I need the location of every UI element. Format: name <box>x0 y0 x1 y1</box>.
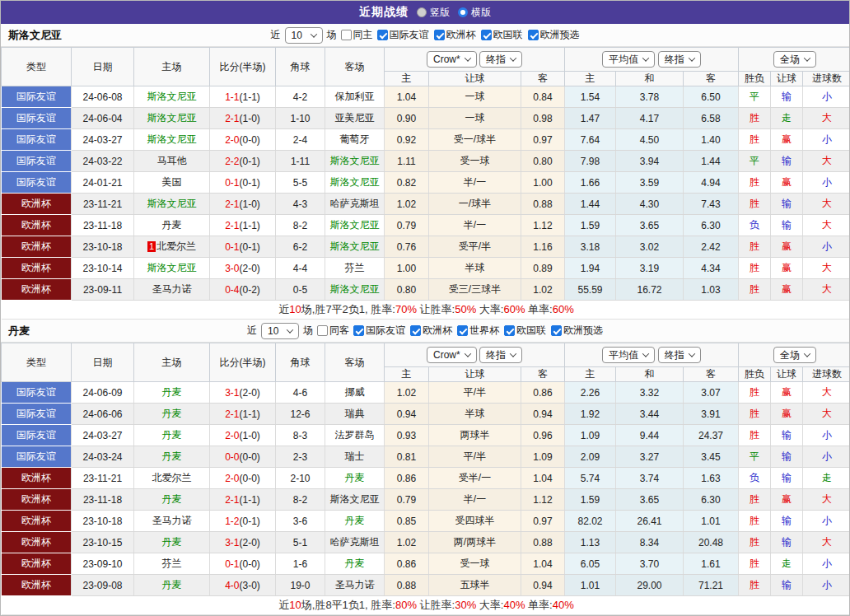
average-odds-group-header: 平均值 终指 <box>565 48 739 72</box>
competition-badge: 国际友谊 <box>2 108 72 129</box>
checkbox-checked-icon[interactable] <box>457 325 468 336</box>
average-odds-select[interactable]: 平均值 <box>602 347 655 363</box>
same-venue-label: 同主 <box>353 28 373 42</box>
league-filter[interactable]: 世界杯 <box>457 324 499 338</box>
avg-draw-odds: 4.30 <box>616 194 684 215</box>
avg-away-odds: 1.61 <box>684 553 739 575</box>
goals-result: 小 <box>803 172 850 194</box>
radio-checked-icon[interactable] <box>458 7 468 17</box>
match-count-select[interactable]: 10 <box>285 27 323 44</box>
half-time-score: (1-0) <box>240 113 260 124</box>
col-header-score: 比分(半场) <box>210 48 276 86</box>
checkbox-checked-icon[interactable] <box>353 325 364 336</box>
score-cell: 0-0(0-0) <box>210 446 276 468</box>
full-time-score: 2-0 <box>225 134 239 146</box>
handicap-result: 走 <box>771 108 803 129</box>
away-team-cell: 挪威 <box>325 382 385 404</box>
win-draw-loss-result: 胜 <box>739 511 771 532</box>
match-date: 24-03-22 <box>72 151 134 172</box>
avg-away-odds: 3.91 <box>684 404 739 425</box>
score-cell: 0-1(0-1) <box>210 172 276 194</box>
crow-away-odds: 0.94 <box>521 404 565 425</box>
corner-count: 8-2 <box>276 215 325 236</box>
final-odds-select-2[interactable]: 终指 <box>658 347 701 363</box>
final-odds-select[interactable]: 终指 <box>479 51 522 68</box>
win-draw-loss-result: 平 <box>739 446 771 468</box>
league-filter[interactable]: 欧洲预选 <box>551 324 603 338</box>
match-date: 23-11-18 <box>72 489 134 511</box>
half-time-score: (0-1) <box>240 516 260 527</box>
crow-home-odds: 1.02 <box>385 194 429 215</box>
full-time-score: 2-1 <box>225 408 239 420</box>
full-match-select[interactable]: 全场 <box>773 347 816 363</box>
col-header-type: 类型 <box>2 48 72 86</box>
league-filter[interactable]: 欧国联 <box>504 324 546 338</box>
checkbox-checked-icon[interactable] <box>377 30 388 40</box>
match-row: 欧洲杯 23-09-10 芬兰 0-1(0-0) 1-6 丹麦 0.86 受一球… <box>2 553 850 575</box>
league-filter[interactable]: 欧洲杯 <box>410 324 452 338</box>
competition-badge: 欧洲杯 <box>2 511 72 532</box>
win-draw-loss-result: 胜 <box>739 575 771 596</box>
layout-option-vertical[interactable]: 竖版 <box>417 6 450 20</box>
match-date: 23-11-21 <box>72 194 134 215</box>
odds-company-value: Crow* <box>433 54 460 65</box>
handicap-line: 受一球 <box>429 151 521 172</box>
away-team: 瑞典 <box>345 408 365 419</box>
handicap-result: 赢 <box>771 382 803 404</box>
win-draw-loss-result: 平 <box>739 86 771 108</box>
league-filter[interactable]: 欧国联 <box>481 28 523 42</box>
crow-home-odds: 0.81 <box>385 446 429 468</box>
checkbox-unchecked-icon[interactable] <box>341 30 352 40</box>
league-filter[interactable]: 欧洲杯 <box>434 28 476 42</box>
corner-count: 3-6 <box>276 511 325 532</box>
avg-away-odds: 6.58 <box>684 108 739 129</box>
league-filter[interactable]: 国际友谊 <box>353 324 405 338</box>
match-count-select[interactable]: 10 <box>261 323 299 339</box>
final-odds-select-2[interactable]: 终指 <box>658 51 701 68</box>
avg-away-odds: 24.37 <box>684 425 739 446</box>
handicap-result: 输 <box>771 151 803 172</box>
checkbox-checked-icon[interactable] <box>410 325 421 336</box>
chevron-down-icon <box>804 54 810 61</box>
checkbox-checked-icon[interactable] <box>551 325 562 336</box>
team-name: 丹麦 <box>8 324 30 338</box>
avg-home-odds: 1.44 <box>565 194 616 215</box>
odds-company-select[interactable]: Crow* <box>427 347 477 363</box>
same-venue-filter[interactable]: 同主 <box>341 28 373 42</box>
crow-home-odds: 1.00 <box>385 258 429 279</box>
odds-company-select[interactable]: Crow* <box>427 51 477 68</box>
half-time-score: (1-1) <box>240 91 260 103</box>
avg-draw-odds: 3.70 <box>616 553 684 575</box>
half-time-score: (1-0) <box>240 430 260 441</box>
home-team: 斯洛文尼亚 <box>147 112 197 124</box>
home-team-cell: 丹麦 <box>134 425 210 446</box>
away-team-cell: 斯洛文尼亚 <box>325 236 385 258</box>
win-draw-loss-result: 负 <box>739 215 771 236</box>
layout-option-horizontal-label: 横版 <box>471 6 491 20</box>
avg-home-odds: 1.09 <box>565 425 616 446</box>
league-filter[interactable]: 欧洲预选 <box>528 28 580 42</box>
checkbox-unchecked-icon[interactable] <box>317 325 328 336</box>
radio-unchecked-icon[interactable] <box>417 7 427 17</box>
average-odds-select[interactable]: 平均值 <box>602 51 655 68</box>
same-venue-filter[interactable]: 同客 <box>317 324 349 338</box>
avg-draw-odds: 4.17 <box>616 108 684 129</box>
full-match-select[interactable]: 全场 <box>773 51 816 68</box>
match-date: 23-10-15 <box>72 532 134 553</box>
average-odds-value: 平均值 <box>609 348 638 362</box>
home-team: 丹麦 <box>162 493 182 505</box>
checkbox-checked-icon[interactable] <box>504 325 515 336</box>
home-team: 芬兰 <box>162 558 182 569</box>
score-cell: 3-1(2-0) <box>210 532 276 553</box>
checkbox-checked-icon[interactable] <box>481 30 492 40</box>
final-odds-select[interactable]: 终指 <box>479 347 522 363</box>
league-filter[interactable]: 国际友谊 <box>377 28 429 42</box>
goals-result: 大 <box>803 489 850 511</box>
sub-header-goals: 进球数 <box>803 72 850 86</box>
home-team: 斯洛文尼亚 <box>147 198 197 209</box>
sub-header-crow-home: 主 <box>385 72 429 86</box>
avg-home-odds: 3.18 <box>565 236 616 258</box>
checkbox-checked-icon[interactable] <box>434 30 445 40</box>
layout-option-horizontal[interactable]: 横版 <box>458 6 491 20</box>
checkbox-checked-icon[interactable] <box>528 30 539 40</box>
